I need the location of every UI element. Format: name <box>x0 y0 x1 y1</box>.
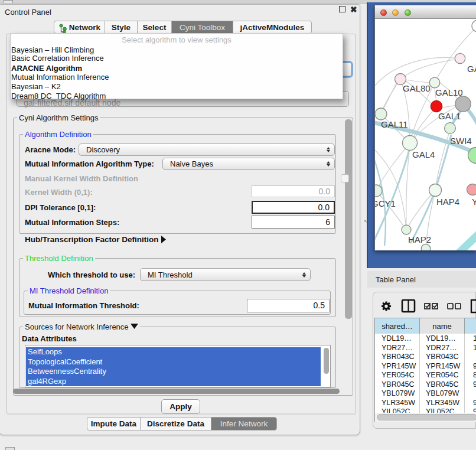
svg-text:GAL11: GAL11 <box>381 119 408 129</box>
svg-text:GAL1: GAL1 <box>438 111 461 121</box>
svg-text:GAL4: GAL4 <box>412 149 435 159</box>
svg-text:HAP4: HAP4 <box>436 197 459 207</box>
svg-text:GAL10: GAL10 <box>435 87 463 97</box>
svg-text:HAP2: HAP2 <box>408 234 431 244</box>
svg-text:Y: Y <box>472 197 476 207</box>
svg-text:GCY1: GCY1 <box>375 198 396 208</box>
svg-text:GAL: GAL <box>467 64 476 74</box>
svg-text:GAL80: GAL80 <box>403 83 431 93</box>
svg-text:SWI4: SWI4 <box>450 136 472 146</box>
